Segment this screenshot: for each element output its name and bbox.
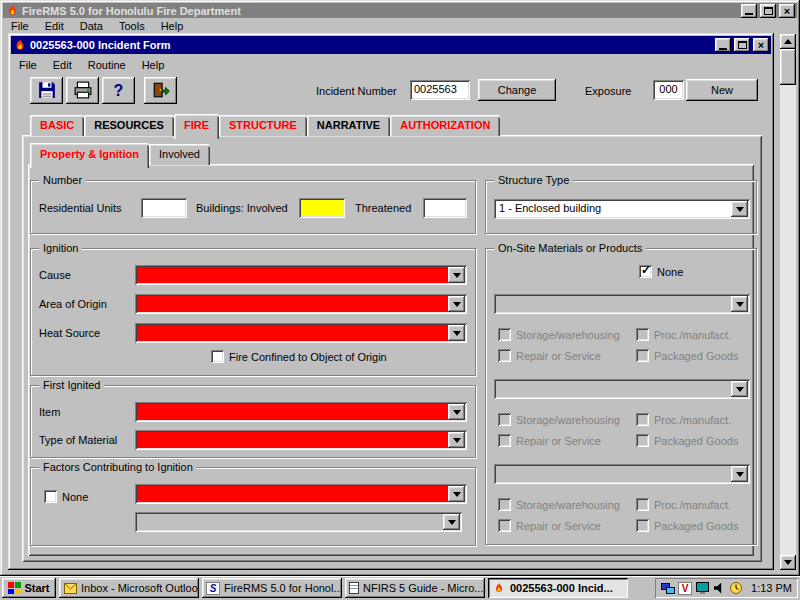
incident-number-field[interactable]: 0025563 [410,80,470,100]
new-button[interactable]: New [686,79,758,101]
app-title: FireRMS 5.0 for Honolulu Fire Department [22,5,241,17]
firerms-app-icon [5,4,19,17]
sub-tab-strip: Property & Ignition Involved [30,141,210,165]
chevron-down-icon [731,296,748,312]
scroll-up-button[interactable] [780,34,796,49]
taskbar-item-firerms[interactable]: S FireRMS 5.0 for Honol... [202,578,342,598]
app-close-button[interactable]: × [779,4,795,18]
type-of-material-combobox[interactable] [135,430,467,450]
incident-maximize-button[interactable] [734,38,750,52]
volume-icon[interactable] [712,582,726,595]
outlook-inbox-icon [63,582,77,595]
onsite-none-checkbox[interactable]: None [639,265,683,278]
threatened-field[interactable] [423,198,467,218]
app-maximize-button[interactable] [760,4,776,18]
app-menu-edit[interactable]: Edit [37,18,72,34]
chevron-down-icon[interactable] [448,325,465,341]
cause-combobox[interactable] [135,265,467,285]
app-menu-tools[interactable]: Tools [111,18,153,34]
incident-menu-edit[interactable]: Edit [45,57,80,73]
chevron-down-icon[interactable] [448,296,465,312]
taskbar: Start Inbox - Microsoft Outlook S FireRM… [0,576,800,600]
network-icon[interactable] [661,582,675,595]
app-menubar: File Edit Data Tools Help [3,18,703,34]
incident-menu-file[interactable]: File [11,57,45,73]
incident-minimize-button[interactable] [715,38,731,52]
ignition-group-title: Ignition [39,241,82,255]
tab-resources[interactable]: RESOURCES [84,115,174,136]
tab-structure[interactable]: STRUCTURE [219,115,307,136]
subtab-involved[interactable]: Involved [149,144,210,165]
display-icon[interactable] [695,582,709,595]
checkbox-box[interactable] [639,265,652,278]
tab-authorization[interactable]: AUTHORIZATION [390,115,500,136]
buildings-involved-field[interactable] [299,198,345,218]
incident-number-label: Incident Number [316,85,397,98]
checkbox-box [498,519,511,532]
onsite-materials-group: On-Site Materials or Products None Stora… [485,248,757,545]
checkbox-box [498,413,511,426]
cause-label: Cause [39,269,71,282]
antivirus-icon[interactable]: V [678,582,692,595]
incident-close-button[interactable]: × [753,38,769,52]
checkbox-box[interactable] [211,350,224,363]
save-button[interactable] [30,77,63,104]
app-minimize-button[interactable] [741,4,757,18]
residential-units-label: Residential Units [39,202,122,215]
residential-units-field[interactable] [141,198,187,218]
app-menu-help[interactable]: Help [153,18,192,34]
taskbar-item-nfirs-guide[interactable]: NFIRS 5 Guide - Micro... [345,578,485,598]
scroll-down-button[interactable] [780,555,796,570]
scroll-thumb[interactable] [780,49,796,85]
factors-none-checkbox[interactable]: None [44,490,88,503]
tab-fire[interactable]: FIRE [174,114,219,139]
incident-menu-routine[interactable]: Routine [80,57,134,73]
schedule-icon[interactable] [729,582,743,595]
checkbox-box [636,434,649,447]
fire-confined-checkbox[interactable]: Fire Confined to Object of Origin [211,350,387,363]
chevron-down-icon[interactable] [731,201,748,217]
app-menu-file[interactable]: File [3,18,37,34]
factors-group: Factors Contributing to Ignition None [30,467,476,546]
item-combobox[interactable] [135,402,467,422]
mdi-vertical-scrollbar[interactable] [780,34,796,570]
repair-service-1-checkbox: Repair or Service [498,349,601,362]
subtab-property-ignition[interactable]: Property & Ignition [30,143,149,168]
app-menu-data[interactable]: Data [72,18,111,34]
exit-icon [152,81,170,101]
type-of-material-label: Type of Material [39,434,117,447]
incident-menubar: File Edit Routine Help [11,56,411,73]
checkbox-box [636,413,649,426]
tab-narrative[interactable]: NARRATIVE [307,115,390,136]
onsite-none-label: None [657,266,683,278]
area-of-origin-combobox[interactable] [135,294,467,314]
app-window: FireRMS 5.0 for Honolulu Fire Department… [0,0,800,576]
taskbar-item-incident-form[interactable]: 0025563-000 Incid... [488,578,628,598]
structure-type-combobox[interactable]: 1 - Enclosed building [494,199,750,219]
buildings-involved-label: Buildings: Involved [196,202,288,215]
chevron-down-icon[interactable] [448,432,465,448]
exit-button[interactable] [144,77,177,104]
incident-titlebar[interactable]: 0025563-000 Incident Form × [11,36,771,54]
checkbox-box [636,349,649,362]
packaged-goods-2-checkbox: Packaged Goods [636,434,738,447]
chevron-down-icon[interactable] [448,404,465,420]
change-button[interactable]: Change [478,79,556,101]
start-button[interactable]: Start [2,578,56,598]
chevron-down-icon[interactable] [448,486,465,502]
storage-warehousing-2-checkbox: Storage/warehousing [498,413,620,426]
factor-1-combobox[interactable] [135,484,467,504]
exposure-label: Exposure [585,85,631,98]
tab-basic[interactable]: BASIC [30,115,84,136]
onsite-group-title: On-Site Materials or Products [494,241,646,255]
print-button[interactable] [66,77,99,104]
chevron-down-icon[interactable] [448,267,465,283]
proc-manufact-3-checkbox: Proc./manufact. [636,498,731,511]
incident-menu-help[interactable]: Help [134,57,173,73]
app-titlebar[interactable]: FireRMS 5.0 for Honolulu Fire Department… [3,3,797,18]
heat-source-combobox[interactable] [135,323,467,343]
taskbar-item-outlook[interactable]: Inbox - Microsoft Outlook [59,578,199,598]
exposure-field[interactable]: 000 [653,80,684,100]
help-button[interactable]: ? [102,77,135,104]
checkbox-box[interactable] [44,490,57,503]
